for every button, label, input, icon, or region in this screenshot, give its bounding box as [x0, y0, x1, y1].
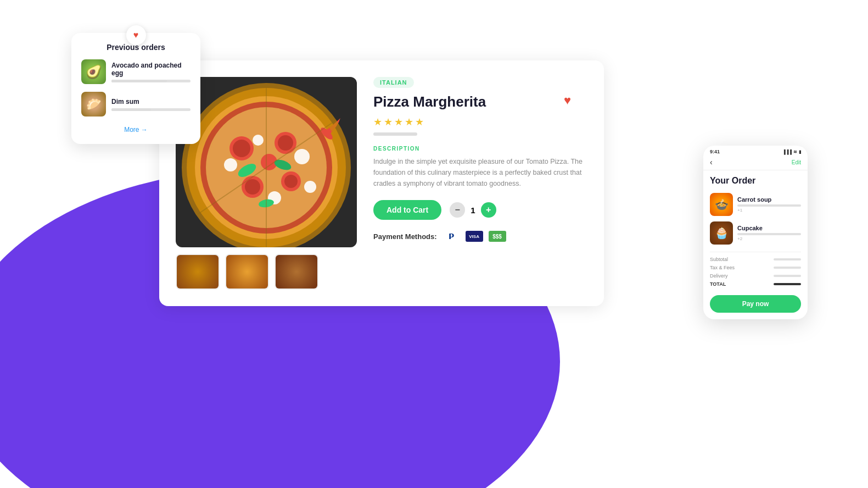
- carrot-soup-image: 🍲: [710, 193, 733, 216]
- star-1: ★: [373, 116, 382, 128]
- product-info: ♥ ITALIAN Pizza Margherita ★ ★ ★ ★ ★ DES…: [373, 77, 587, 242]
- delivery-bar: [774, 275, 801, 277]
- prev-order-bar: [111, 108, 191, 111]
- mobile-order-title: Your Order: [703, 170, 808, 190]
- visa-icon: VISA: [466, 231, 483, 242]
- payment-methods-row: Payment Methods: 𝗣 VISA $$$: [373, 231, 587, 242]
- tax-fees-label: Tax & Fees: [710, 265, 735, 270]
- thumbnail-2[interactable]: [225, 254, 269, 290]
- svg-point-17: [253, 135, 264, 146]
- mobile-order-card: 9:41 ▐▐▐ ≋ ▮ ‹ Edit Your Order 🍲 Carrot …: [703, 146, 808, 319]
- divider: [710, 252, 801, 252]
- cash-icon: $$$: [489, 231, 506, 242]
- wifi-icon: ≋: [793, 149, 797, 154]
- mobile-edit-button[interactable]: Edit: [792, 159, 801, 165]
- quantity-control: − 1 +: [450, 202, 496, 218]
- category-badge: ITALIAN: [373, 77, 414, 88]
- rating-bar: [373, 132, 417, 136]
- battery-icon: ▮: [799, 149, 801, 154]
- payment-label: Payment Methods:: [373, 232, 437, 241]
- item-bar: [737, 233, 801, 235]
- total-bar: [774, 283, 801, 285]
- description-label: DESCRIPTION: [373, 146, 587, 152]
- subtotal-bar: [774, 258, 801, 260]
- star-rating: ★ ★ ★ ★ ★: [373, 116, 587, 128]
- mobile-time: 9:41: [710, 149, 720, 154]
- carrot-soup-sub: +1: [737, 208, 801, 213]
- pizza-svg: [176, 77, 357, 247]
- svg-point-15: [294, 149, 310, 164]
- list-item: 🥟 Dim sum: [81, 92, 191, 117]
- avocado-image: 🥑: [81, 59, 106, 84]
- list-item: 🍲 Carrot soup +1: [703, 190, 808, 219]
- product-main-image: [176, 77, 357, 247]
- svg-point-10: [245, 179, 260, 195]
- delivery-label: Delivery: [710, 273, 728, 279]
- svg-point-14: [224, 158, 237, 171]
- mobile-status-bar: 9:41 ▐▐▐ ≋ ▮: [703, 146, 808, 157]
- product-thumbnails: [176, 254, 357, 290]
- heart-badge-icon: ♥: [126, 25, 146, 45]
- carrot-soup-name: Carrot soup: [737, 196, 801, 203]
- dimsum-image: 🥟: [81, 92, 106, 117]
- order-totals: Subtotal Tax & Fees Delivery TOTAL: [703, 257, 808, 287]
- list-item: 🥑 Avocado and poached egg: [81, 59, 191, 84]
- product-card: ♥ ITALIAN Pizza Margherita ★ ★ ★ ★ ★ DES…: [159, 60, 604, 306]
- mobile-status-icons: ▐▐▐ ≋ ▮: [782, 149, 801, 154]
- prev-order-bar: [111, 80, 191, 82]
- star-3: ★: [394, 116, 403, 128]
- star-5: ★: [415, 116, 424, 128]
- paypal-icon: 𝗣: [443, 231, 460, 242]
- subtotal-label: Subtotal: [710, 257, 728, 262]
- quantity-minus-button[interactable]: −: [450, 202, 465, 218]
- description-text: Indulge in the simple yet exquisite plea…: [373, 156, 587, 189]
- star-2: ★: [384, 116, 393, 128]
- quantity-display: 1: [471, 206, 475, 215]
- prev-order-name: Dim sum: [111, 98, 191, 106]
- quantity-plus-button[interactable]: +: [481, 202, 496, 218]
- star-4: ★: [405, 116, 413, 128]
- svg-point-6: [233, 140, 250, 157]
- product-title: Pizza Margherita: [373, 93, 587, 110]
- signal-icon: ▐▐▐: [782, 149, 792, 154]
- thumbnail-1[interactable]: [176, 254, 220, 290]
- svg-point-12: [284, 175, 298, 188]
- pay-now-button[interactable]: Pay now: [710, 295, 801, 313]
- mobile-back-icon[interactable]: ‹: [710, 158, 713, 167]
- favorite-button[interactable]: ♥: [564, 93, 571, 108]
- previous-orders-card: ♥ Previous orders 🥑 Avocado and poached …: [71, 33, 200, 144]
- mobile-nav-bar: ‹ Edit: [703, 157, 808, 170]
- prev-order-name: Avocado and poached egg: [111, 62, 191, 77]
- svg-point-8: [278, 135, 293, 151]
- cart-row: Add to Cart − 1 +: [373, 200, 587, 220]
- total-label: TOTAL: [710, 281, 726, 287]
- more-link[interactable]: More →: [81, 124, 191, 134]
- cupcake-sub: +2: [737, 236, 801, 241]
- product-image-section: [176, 77, 357, 290]
- item-bar: [737, 204, 801, 207]
- tax-bar: [774, 267, 801, 269]
- cupcake-image: 🧁: [710, 221, 733, 245]
- add-to-cart-button[interactable]: Add to Cart: [373, 200, 441, 220]
- thumbnail-3[interactable]: [275, 254, 318, 290]
- svg-point-18: [304, 181, 316, 193]
- list-item: 🧁 Cupcake +2: [703, 219, 808, 247]
- cupcake-name: Cupcake: [737, 225, 801, 231]
